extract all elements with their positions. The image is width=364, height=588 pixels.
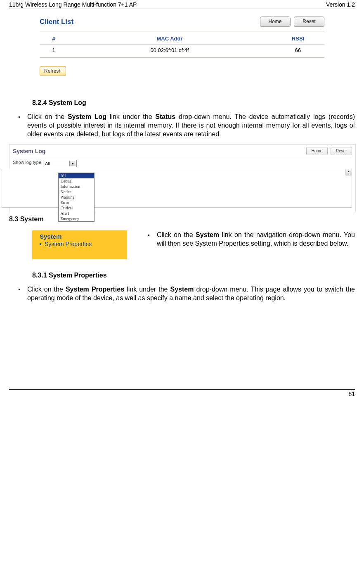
bullet-icon: ▪ <box>148 230 157 248</box>
scroll-up-icon[interactable]: ▴ <box>345 169 352 175</box>
para-83: Click on the System link on the navigati… <box>157 230 355 248</box>
option-critical[interactable]: Critical <box>59 205 94 211</box>
para-831: Click on the System Properties link unde… <box>27 285 355 302</box>
cell-num: 1 <box>40 45 68 56</box>
nav-item-label: System Properties <box>45 241 92 247</box>
log-textarea[interactable]: All Debug Information Notice Warning Err… <box>2 169 352 208</box>
table-row: 1 00:02:6f:01:cf:4f 66 <box>40 45 324 56</box>
divider <box>40 57 324 58</box>
bold-text: System Properties <box>66 286 124 293</box>
header-right: Version 1.2 <box>326 1 355 8</box>
heading-831: 8.3.1 System Properties <box>32 272 355 279</box>
page-number: 81 <box>348 391 355 397</box>
bold-text: System <box>196 231 219 238</box>
cell-mac: 00:02:6f:01:cf:4f <box>68 45 272 56</box>
home-button[interactable]: Home <box>306 147 328 155</box>
col-rssi: RSSI <box>272 33 324 45</box>
system-log-panel: System Log Home Reset Show log type All … <box>9 144 356 212</box>
client-list-title: Client List <box>40 18 73 26</box>
show-log-type-label: Show log type <box>13 160 41 165</box>
log-type-select[interactable]: All ▾ <box>43 160 77 167</box>
option-all[interactable]: All <box>59 173 94 178</box>
option-warning[interactable]: Warning <box>59 194 94 200</box>
system-log-title: System Log <box>13 148 45 154</box>
bold-text: System Log <box>68 113 106 120</box>
refresh-button[interactable]: Refresh <box>40 66 66 76</box>
bullet-83: ▪ Click on the System link on the naviga… <box>148 230 355 248</box>
reset-button[interactable]: Reset <box>331 147 352 155</box>
text: Click on the <box>27 113 68 120</box>
header-left: 11b/g Wireless Long Range Multi-function… <box>9 1 137 8</box>
heading-824: 8.2.4 System Log <box>32 99 355 107</box>
option-alert[interactable]: Alert <box>59 211 94 216</box>
nav-title[interactable]: System <box>40 233 122 240</box>
para-824: Click on the System Log link under the S… <box>27 112 355 138</box>
option-emergency[interactable]: Emergency <box>59 216 94 221</box>
text: Click on the <box>27 286 66 293</box>
option-debug[interactable]: Debug <box>59 178 94 184</box>
col-num: # <box>40 33 68 45</box>
client-list-table: # MAC Addr RSSI 1 00:02:6f:01:cf:4f 66 <box>40 33 324 56</box>
text: link under the <box>124 286 170 293</box>
header-bar: 11b/g Wireless Long Range Multi-function… <box>9 0 355 9</box>
divider <box>40 31 324 31</box>
bullet-icon: ▪ <box>18 112 27 138</box>
home-button[interactable]: Home <box>260 17 291 27</box>
nav-item-system-properties[interactable]: System Properties <box>40 241 122 247</box>
option-information[interactable]: Information <box>59 184 94 189</box>
option-error[interactable]: Error <box>59 200 94 205</box>
bold-text: Status <box>155 113 175 120</box>
system-nav-box: System System Properties <box>32 230 127 259</box>
option-notice[interactable]: Notice <box>59 189 94 194</box>
bullet-icon: ▪ <box>18 285 27 302</box>
col-mac: MAC Addr <box>68 33 272 45</box>
bullet-831: ▪ Click on the System Properties link un… <box>18 285 355 302</box>
chevron-down-icon: ▾ <box>69 161 76 166</box>
bold-text: System <box>170 286 194 293</box>
select-value: All <box>45 161 50 166</box>
bullet-824: ▪ Click on the System Log link under the… <box>18 112 355 138</box>
log-type-dropdown[interactable]: All Debug Information Notice Warning Err… <box>58 173 95 222</box>
reset-button[interactable]: Reset <box>294 17 324 27</box>
text: Click on the <box>157 231 196 238</box>
client-list-panel: Client List Home Reset # MAC Addr RSSI 1… <box>40 17 324 76</box>
text: link under the <box>106 113 155 120</box>
footer: 81 <box>9 389 355 397</box>
cell-rssi: 66 <box>272 45 324 56</box>
